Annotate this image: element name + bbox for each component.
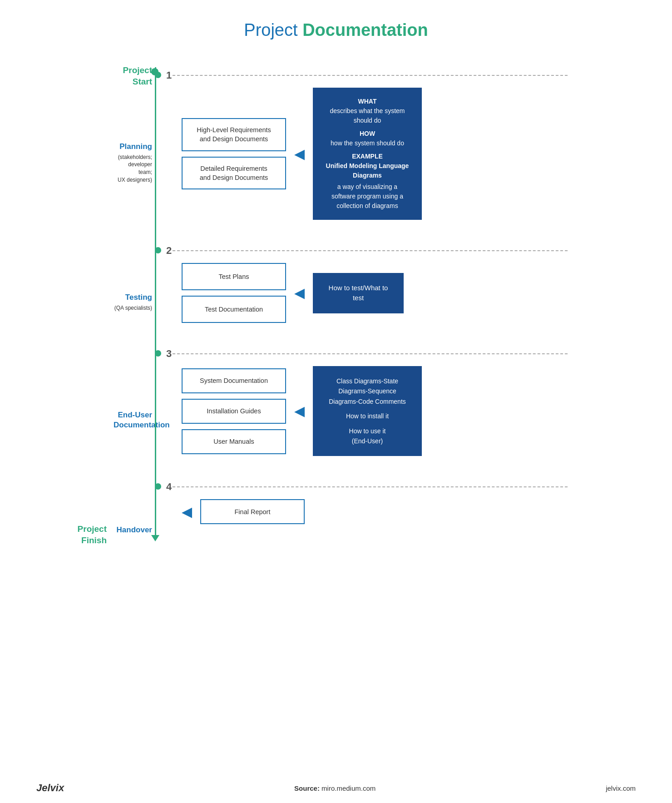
phase-3-label: End-UserDocumentation xyxy=(114,410,152,430)
doc-box-user-manuals: User Manuals xyxy=(182,429,286,454)
phase-1-divider xyxy=(173,75,568,76)
phase-3-info-box: Class Diagrams-StateDiagrams-SequenceDia… xyxy=(313,366,422,456)
phase-1-arrow: ◀ xyxy=(294,147,305,161)
phase-1-doc-boxes: High-Level Requirementsand Design Docume… xyxy=(182,118,286,189)
phase-3-arrow: ◀ xyxy=(294,404,305,418)
phase-2-info-box: How to test/What to test xyxy=(313,273,404,313)
doc-box-detailed: Detailed Requirementsand Design Document… xyxy=(182,157,286,190)
phase-2-number: 2 xyxy=(166,245,172,257)
phase-4-header: 4 xyxy=(159,474,558,499)
phase-1-content: Planning (stakeholders;developer team;UX… xyxy=(159,88,558,238)
phase-1-dot xyxy=(155,72,161,78)
phase-1-number: 1 xyxy=(166,69,172,81)
project-start-label: ProjectStart xyxy=(114,65,152,87)
phase-3-divider xyxy=(173,353,568,354)
project-finish-label: ProjectFinish xyxy=(68,524,107,546)
timeline-line xyxy=(155,67,156,535)
phase-4-number: 4 xyxy=(166,481,172,493)
phase-2-doc-boxes: Test Plans Test Documentation xyxy=(182,263,286,323)
phase-4-label: Handover xyxy=(114,525,152,535)
footer-source: Source: miro.medium.com xyxy=(294,784,376,792)
phase-3-number: 3 xyxy=(166,348,172,360)
page-title: Project Documentation xyxy=(114,20,558,40)
phase-2-arrow: ◀ xyxy=(294,286,305,300)
doc-box-install-guides: Installation Guides xyxy=(182,399,286,424)
doc-box-final-report: Final Report xyxy=(200,499,305,524)
phase-2-label: Testing (QA specialists) xyxy=(114,292,152,312)
phase-3-content: End-UserDocumentation System Documentati… xyxy=(159,366,558,474)
phase-1-header: 1 xyxy=(159,63,558,88)
phase-4-divider xyxy=(173,486,568,487)
phase-4-arrow: ◀ xyxy=(182,505,192,519)
doc-box-system-docs: System Documentation xyxy=(182,368,286,393)
phase-3-doc-boxes: System Documentation Installation Guides… xyxy=(182,368,286,454)
phase-3-header: 3 xyxy=(159,341,558,366)
phase-1-info-box: WHAT describes what the systemshould do … xyxy=(313,88,422,220)
phase-3-dot xyxy=(155,350,161,357)
phase-2-dot xyxy=(155,247,161,253)
footer: Jelvix Source: miro.medium.com jelvix.co… xyxy=(0,782,672,794)
footer-url: jelvix.com xyxy=(606,784,636,792)
doc-box-high-level: High-Level Requirementsand Design Docume… xyxy=(182,118,286,151)
phase-4-dot xyxy=(155,483,161,490)
phase-2-content: Testing (QA specialists) Test Plans Test… xyxy=(159,263,558,341)
phase-2-divider xyxy=(173,250,568,251)
phase-4-content: Handover ◀ Final Report xyxy=(159,499,558,560)
phase-2-header: 2 xyxy=(159,238,558,263)
doc-box-test-plans: Test Plans xyxy=(182,263,286,290)
footer-logo: Jelvix xyxy=(36,782,64,794)
phase-1-label: Planning (stakeholders;developer team;UX… xyxy=(114,142,152,184)
timeline-arrow xyxy=(151,535,159,541)
doc-box-test-docs: Test Documentation xyxy=(182,296,286,323)
